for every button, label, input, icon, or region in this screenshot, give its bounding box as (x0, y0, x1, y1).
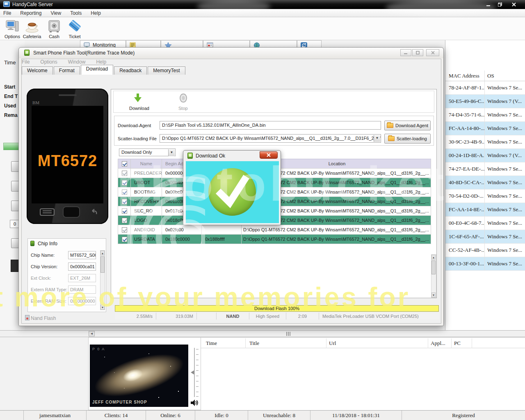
tab-download[interactable]: Download (81, 65, 113, 75)
row-checkbox[interactable] (122, 227, 127, 233)
phone-home-key-icon (63, 206, 80, 218)
cafeteria-button[interactable]: Cafeteria (21, 19, 43, 39)
client-row[interactable]: 30-9C-23-4B-9...Windows 7 Se... (445, 135, 525, 149)
volume-slider[interactable] (194, 348, 195, 397)
handycafe-title: HandyCafe Server (12, 2, 53, 7)
sidebar-label-start: Start (4, 84, 15, 90)
client-row[interactable]: 50-E5-49-86-C...Windows 7 (V... (445, 95, 525, 108)
col-name[interactable]: Name (131, 159, 162, 168)
partition-row-android[interactable]: ANDROID 0x02fc00 D:\Oppo Q1-MT6572 CM2 B… (118, 225, 431, 235)
row-checkbox[interactable] (122, 199, 127, 204)
stop-action-button[interactable] (179, 94, 187, 104)
horizontal-scrollbar[interactable]: ◄ (0, 330, 525, 337)
client-row[interactable]: 40-8D-5C-CA-...Windows 7 Se... (445, 176, 525, 189)
status-elapsed: 2:09 (286, 313, 319, 320)
download-action-button[interactable] (133, 93, 142, 105)
status-online: Online: 6 (146, 411, 195, 420)
tab-format[interactable]: Format (54, 66, 80, 75)
client-row[interactable]: 78-24-AF-8F-1...Windows 7 Se... (445, 81, 525, 95)
client-row[interactable]: 74-D4-35-71-6...Windows 7 Se... (445, 108, 525, 122)
client-row[interactable]: 00-13-3F-00-1...Windows 7 Se... (445, 257, 525, 271)
status-datetime: 11/18/2018 - 18:01:31 (310, 411, 402, 420)
chip-name-value[interactable]: MT6572_S00 (68, 251, 96, 259)
nand-flash-label: Nand Flash (31, 315, 56, 321)
row-checkbox[interactable] (122, 218, 127, 223)
col-title[interactable]: Title (249, 340, 259, 347)
client-row[interactable]: 74-27-EA-DE-...Windows 7 Se... (445, 162, 525, 176)
client-row[interactable]: FC-AA-14-80-...Windows 7 Se... (445, 122, 525, 135)
restore-button[interactable] (495, 1, 505, 8)
flashtool-minimize-button[interactable] (400, 49, 411, 56)
tab-welcome[interactable]: Welcome (22, 66, 53, 75)
download-agent-button[interactable]: Download Agent (384, 121, 431, 130)
dialog-body (186, 161, 279, 223)
chip-info-scrollbar[interactable]: ▲ ▼ (100, 250, 105, 310)
col-mac-address[interactable]: MAC Address (449, 73, 485, 79)
chip-name-label: Chip Name: (31, 253, 55, 258)
menu-tools[interactable]: Tools (70, 10, 82, 16)
splitter-grip[interactable] (286, 332, 290, 336)
download-ok-dialog: Download Ok (183, 150, 281, 225)
column-divider[interactable] (484, 71, 485, 81)
flashtool-menu-options[interactable]: Options (40, 59, 57, 65)
download-mode-select[interactable]: Download Only ▼ (119, 148, 176, 156)
speaker-icon[interactable] (190, 399, 199, 407)
chevron-down-icon[interactable]: ▼ (374, 135, 380, 142)
tab-memorytest[interactable]: MemoryTest (148, 66, 185, 75)
clients-table-header: MAC Address OS (445, 71, 525, 81)
desktop: HandyCafe Server File Reporting View Too… (0, 0, 525, 420)
partition-row-usrdata[interactable]: USRDATA 0x180c0000 0x188bffff D:\Oppo Q1… (118, 235, 431, 244)
client-row[interactable]: 00-24-1D-8E-A...Windows 7 (V... (445, 149, 525, 162)
clients-table: MAC Address OS 78-24-AF-8F-1...Windows 7… (445, 40, 525, 330)
cash-button[interactable]: Cash (43, 19, 66, 39)
client-row[interactable]: 70-54-D2-0D-...Windows 7 Se... (445, 189, 525, 203)
flashtool-menu-window[interactable]: Window (68, 59, 86, 65)
scatter-file-combobox[interactable]: D:\Oppo Q1-MT6572 CM2 BACK UP-By Winsam\… (160, 134, 381, 143)
scatter-file-label: Scatter-loading File (118, 136, 157, 141)
col-time[interactable]: Time (206, 340, 217, 347)
col-application[interactable]: Appl... (431, 340, 445, 347)
row-checkbox[interactable] (122, 189, 127, 195)
minimize-button[interactable] (483, 1, 494, 8)
tab-readback[interactable]: Readback (114, 66, 147, 75)
table-scrollbar[interactable]: ▲ ▼ (431, 254, 436, 298)
chevron-down-icon[interactable]: ▼ (168, 149, 175, 156)
download-agent-input[interactable]: D:\SP Flash Tool v5.1352.01\MTK_AllInOne… (160, 121, 381, 130)
flashtool-menu-file[interactable]: File (22, 59, 30, 65)
success-check-icon (208, 168, 256, 216)
flashtool-maximize-button[interactable] (412, 49, 423, 56)
col-os[interactable]: OS (487, 73, 524, 79)
close-button[interactable] (509, 1, 519, 8)
menu-view[interactable]: View (50, 10, 61, 16)
scroll-left-arrow[interactable]: ◄ (89, 331, 95, 336)
row-checkbox[interactable] (122, 171, 127, 176)
client-row[interactable]: 00-E0-4C-68-7...Windows 7 Se... (445, 217, 525, 230)
col-url[interactable]: Url (329, 340, 336, 347)
row-checkbox[interactable] (122, 237, 127, 242)
phone-back-key-icon (87, 208, 98, 217)
handycafe-toolbar: Options Cafeteria Cash Ticket (0, 17, 525, 40)
chip-version-value[interactable]: 0x0000ca01 (68, 262, 96, 271)
menu-file[interactable]: File (3, 10, 11, 16)
flashtool-titlebar[interactable]: Smart Phone Flash Tool(Runtime Trace Mod… (19, 48, 443, 58)
flash-progress-bar: Download Flash 100% (115, 305, 439, 312)
coffee-icon (21, 19, 43, 33)
client-row[interactable]: CC-52-AF-4B-...Windows 7 Se... (445, 244, 525, 257)
row-checkbox[interactable] (122, 180, 127, 185)
menu-reporting[interactable]: Reporting (20, 10, 41, 16)
client-row[interactable]: 1C-6F-65-AF-...Windows 7 Se... (445, 230, 525, 244)
ticket-button[interactable]: Ticket (63, 19, 86, 39)
flashtool-statusbar: 2.55M/s 319.03M NAND High Speed 2:09 Med… (115, 313, 439, 320)
volume-thumb[interactable] (191, 370, 194, 374)
menu-help[interactable]: Help (91, 10, 101, 16)
phone-menu-key-icon (40, 208, 55, 216)
dialog-close-button[interactable] (260, 151, 278, 159)
client-row[interactable]: FC-AA-14-8E-...Windows 7 Se... (445, 203, 525, 217)
flashtool-menu-help[interactable]: Help (96, 59, 106, 65)
select-all-checkbox[interactable] (122, 161, 127, 167)
scatter-loading-button[interactable]: Scatter-loading (384, 134, 431, 144)
flashtool-close-button[interactable] (426, 49, 439, 56)
status-user: jamesmattxian (24, 411, 87, 420)
row-checkbox[interactable] (122, 208, 127, 214)
col-pc[interactable]: PC (454, 340, 461, 347)
